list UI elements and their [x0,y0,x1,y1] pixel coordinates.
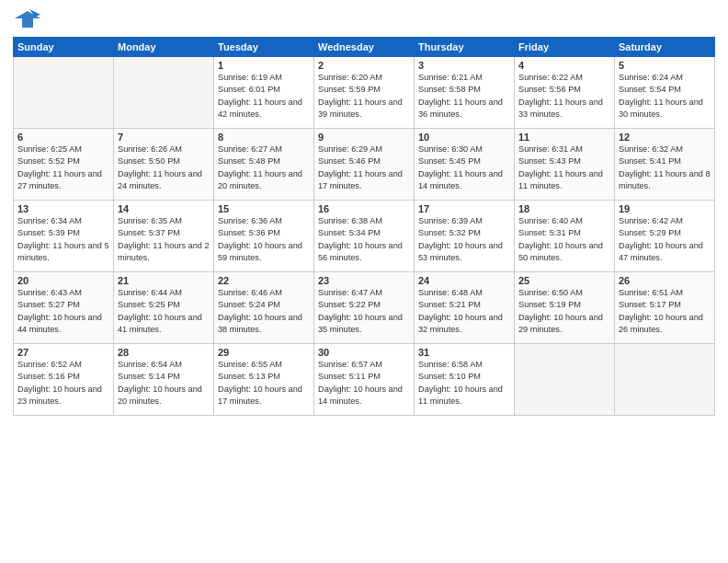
day-info-line: Sunrise: 6:22 AM [518,72,610,84]
day-number: 6 [17,132,109,143]
day-info-line: Daylight: 10 hours and 38 minutes. [218,312,310,337]
day-number: 27 [17,347,109,358]
day-info-line: Daylight: 11 hours and 17 minutes. [318,168,410,193]
calendar-cell: 8Sunrise: 6:27 AMSunset: 5:48 PMDaylight… [214,129,314,201]
day-info-line: Sunrise: 6:26 AM [118,144,210,155]
day-info: Sunrise: 6:58 AMSunset: 5:10 PMDaylight:… [418,359,510,408]
page-container: SundayMondayTuesdayWednesdayThursdayFrid… [0,0,728,421]
day-info-line: Sunrise: 6:57 AM [318,359,410,371]
day-info-line: Daylight: 11 hours and 14 minutes. [418,168,510,193]
day-number: 24 [418,275,510,286]
day-number: 20 [17,275,109,286]
day-info-line: Sunset: 5:31 PM [518,227,610,239]
day-info-line: Daylight: 10 hours and 47 minutes. [619,240,711,265]
day-info-line: Sunset: 5:46 PM [318,155,410,167]
day-info-line: Daylight: 11 hours and 2 minutes. [118,240,210,265]
day-info-line: Sunset: 5:36 PM [218,227,310,239]
calendar-cell: 30Sunrise: 6:57 AMSunset: 5:11 PMDayligh… [314,344,415,416]
day-info: Sunrise: 6:55 AMSunset: 5:13 PMDaylight:… [218,359,310,408]
day-info-line: Sunset: 5:21 PM [418,299,510,311]
day-info-line: Sunset: 5:48 PM [218,155,310,167]
calendar-cell: 6Sunrise: 6:25 AMSunset: 5:52 PMDaylight… [14,129,114,201]
calendar-cell: 2Sunrise: 6:20 AMSunset: 5:59 PMDaylight… [314,57,415,129]
day-number: 2 [318,60,410,71]
day-info-line: Daylight: 11 hours and 11 minutes. [518,168,610,193]
calendar-cell: 12Sunrise: 6:32 AMSunset: 5:41 PMDayligh… [615,129,715,201]
weekday-header-wednesday: Wednesday [314,38,415,57]
day-info-line: Daylight: 11 hours and 24 minutes. [118,168,210,193]
calendar-cell: 21Sunrise: 6:44 AMSunset: 5:25 PMDayligh… [114,272,214,344]
day-info-line: Sunset: 5:10 PM [418,371,510,383]
day-info-line: Daylight: 10 hours and 59 minutes. [218,240,310,265]
day-info-line: Sunrise: 6:36 AM [218,215,310,227]
day-info-line: Sunset: 5:29 PM [619,227,711,239]
calendar-cell: 13Sunrise: 6:34 AMSunset: 5:39 PMDayligh… [14,201,114,272]
day-info-line: Daylight: 10 hours and 26 minutes. [619,312,711,337]
weekday-header-tuesday: Tuesday [214,38,314,57]
day-info-line: Daylight: 10 hours and 20 minutes. [118,384,210,408]
day-info-line: Sunset: 5:25 PM [118,299,210,311]
calendar-cell: 16Sunrise: 6:38 AMSunset: 5:34 PMDayligh… [314,201,415,272]
day-info-line: Sunrise: 6:19 AM [218,72,310,84]
calendar-cell: 25Sunrise: 6:50 AMSunset: 5:19 PMDayligh… [515,272,615,344]
day-info: Sunrise: 6:52 AMSunset: 5:16 PMDaylight:… [17,359,109,408]
day-info-line: Sunset: 5:56 PM [518,84,610,96]
day-info: Sunrise: 6:54 AMSunset: 5:14 PMDaylight:… [118,359,210,408]
day-number: 26 [619,275,711,286]
day-info-line: Daylight: 10 hours and 53 minutes. [418,240,510,265]
day-info-line: Sunrise: 6:54 AM [118,359,210,371]
day-info: Sunrise: 6:32 AMSunset: 5:41 PMDaylight:… [619,144,711,192]
calendar-cell: 15Sunrise: 6:36 AMSunset: 5:36 PMDayligh… [214,201,314,272]
day-info: Sunrise: 6:25 AMSunset: 5:52 PMDaylight:… [17,144,109,192]
logo-bird-icon [15,9,40,29]
day-info-line: Sunset: 5:32 PM [418,227,510,239]
day-number: 30 [318,347,410,358]
day-info: Sunrise: 6:44 AMSunset: 5:25 PMDaylight:… [118,287,210,336]
day-info-line: Daylight: 11 hours and 5 minutes. [17,240,109,265]
day-info: Sunrise: 6:24 AMSunset: 5:54 PMDaylight:… [619,72,711,121]
day-info-line: Sunrise: 6:47 AM [318,287,410,299]
calendar-cell: 9Sunrise: 6:29 AMSunset: 5:46 PMDaylight… [314,129,415,201]
day-info: Sunrise: 6:22 AMSunset: 5:56 PMDaylight:… [518,72,610,121]
calendar-cell: 31Sunrise: 6:58 AMSunset: 5:10 PMDayligh… [415,344,515,416]
day-number: 10 [418,132,510,143]
calendar-cell: 10Sunrise: 6:30 AMSunset: 5:45 PMDayligh… [415,129,515,201]
week-row-1: 1Sunrise: 6:19 AMSunset: 6:01 PMDaylight… [14,57,715,129]
day-info-line: Sunset: 5:45 PM [418,155,510,167]
day-info-line: Daylight: 10 hours and 56 minutes. [318,240,410,265]
day-info-line: Sunset: 5:54 PM [619,84,711,96]
day-info: Sunrise: 6:48 AMSunset: 5:21 PMDaylight:… [418,287,510,336]
day-info-line: Sunset: 5:22 PM [318,299,410,311]
day-number: 18 [518,203,610,214]
day-info-line: Daylight: 11 hours and 39 minutes. [318,97,410,121]
weekday-header-saturday: Saturday [615,38,715,57]
day-info-line: Daylight: 10 hours and 17 minutes. [218,384,310,408]
day-info-line: Daylight: 10 hours and 23 minutes. [17,384,109,408]
day-info: Sunrise: 6:50 AMSunset: 5:19 PMDaylight:… [518,287,610,336]
week-row-2: 6Sunrise: 6:25 AMSunset: 5:52 PMDaylight… [14,129,715,201]
day-info-line: Sunset: 5:19 PM [518,299,610,311]
day-info-line: Daylight: 11 hours and 42 minutes. [218,97,310,121]
day-info: Sunrise: 6:31 AMSunset: 5:43 PMDaylight:… [518,144,610,192]
day-info: Sunrise: 6:27 AMSunset: 5:48 PMDaylight:… [218,144,310,192]
day-number: 29 [218,347,310,358]
day-info-line: Sunset: 6:01 PM [218,84,310,96]
day-number: 25 [518,275,610,286]
day-info: Sunrise: 6:36 AMSunset: 5:36 PMDaylight:… [218,215,310,264]
day-info-line: Sunrise: 6:50 AM [518,287,610,299]
weekday-header-row: SundayMondayTuesdayWednesdayThursdayFrid… [14,38,715,57]
calendar-cell: 11Sunrise: 6:31 AMSunset: 5:43 PMDayligh… [515,129,615,201]
day-number: 16 [318,203,410,214]
day-number: 21 [118,275,210,286]
day-info-line: Sunrise: 6:29 AM [318,144,410,155]
day-info-line: Daylight: 11 hours and 33 minutes. [518,97,610,121]
calendar-cell: 4Sunrise: 6:22 AMSunset: 5:56 PMDaylight… [515,57,615,129]
day-info-line: Daylight: 10 hours and 50 minutes. [518,240,610,265]
day-number: 22 [218,275,310,286]
day-info: Sunrise: 6:21 AMSunset: 5:58 PMDaylight:… [418,72,510,121]
day-info-line: Sunset: 5:17 PM [619,299,711,311]
calendar-cell: 22Sunrise: 6:46 AMSunset: 5:24 PMDayligh… [214,272,314,344]
day-info-line: Sunrise: 6:32 AM [619,144,711,155]
day-number: 8 [218,132,310,143]
day-number: 28 [118,347,210,358]
